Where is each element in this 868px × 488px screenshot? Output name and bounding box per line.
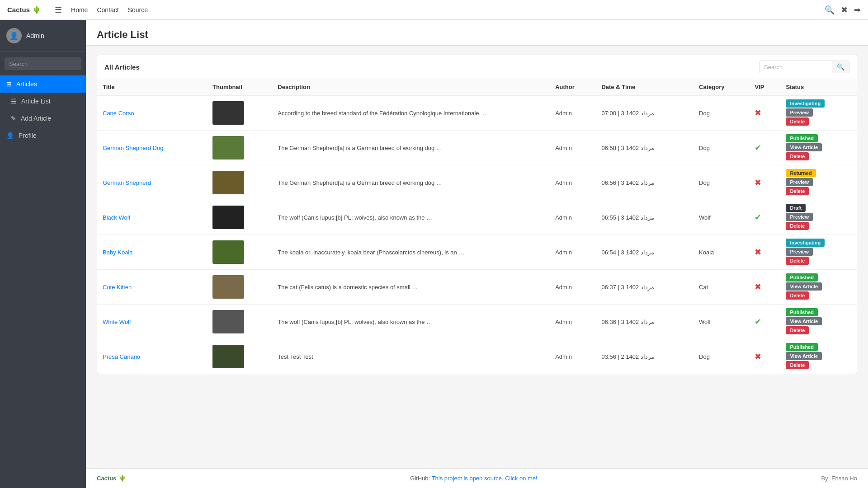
status-button-preview[interactable]: Preview [786, 213, 813, 221]
article-title-link[interactable]: German Shepherd [103, 179, 151, 186]
status-button-investigating[interactable]: Investigating [786, 239, 825, 247]
menu-icon[interactable]: ☰ [55, 5, 62, 15]
article-title-cell: Baby Koala [97, 235, 207, 270]
grid-icon: ⊞ [6, 80, 12, 88]
status-button-delete[interactable]: Delete [786, 117, 809, 126]
close-icon[interactable]: ✖ [841, 5, 848, 15]
article-description-cell: Test Test Test [272, 339, 550, 374]
article-status-cell: ReturnedPreviewDelete [780, 165, 857, 200]
table-row: White WolfThe wolf (Canis lupus;[b] PL: … [97, 305, 857, 339]
sidebar-item-profile[interactable]: 👤 Profile [0, 127, 86, 144]
nav-source[interactable]: Source [128, 6, 148, 14]
article-status-cell: PublishedView ArticleDelete [780, 270, 857, 305]
article-thumbnail-cell [207, 131, 272, 165]
article-search-button[interactable]: 🔍 [832, 61, 849, 73]
nav-home[interactable]: Home [71, 6, 88, 14]
sidebar-item-articles[interactable]: ⊞ Articles [0, 75, 86, 93]
article-category-cell: Dog [693, 165, 749, 200]
nav-contact[interactable]: Contact [97, 6, 118, 14]
status-button-draft[interactable]: Draft [786, 204, 806, 212]
vip-x-icon: ✖ [755, 178, 761, 187]
article-category-cell: Dog [693, 339, 749, 374]
article-title-cell: Black Wolf [97, 200, 207, 235]
table-row: Baby KoalaThe koala or, inaccurately, ko… [97, 235, 857, 270]
sidebar-item-article-list[interactable]: ☰ Article List [0, 93, 86, 110]
status-button-group: DraftPreviewDelete [786, 204, 851, 231]
article-status-cell: PublishedView ArticleDelete [780, 339, 857, 374]
status-button-preview[interactable]: Preview [786, 108, 813, 117]
status-button-published[interactable]: Published [786, 343, 818, 351]
status-button-published[interactable]: Published [786, 273, 818, 282]
list-icon: ☰ [11, 98, 17, 105]
status-button-delete[interactable]: Delete [786, 326, 809, 334]
thumbnail-image [212, 345, 244, 368]
status-button-group: ReturnedPreviewDelete [786, 169, 851, 196]
col-title: Title [97, 79, 207, 95]
article-title-link[interactable]: Baby Koala [103, 249, 133, 256]
status-button-group: PublishedView ArticleDelete [786, 308, 851, 335]
article-title-link[interactable]: Black Wolf [103, 214, 130, 221]
article-description-cell: The koala or, inaccurately, koala bear (… [272, 235, 550, 270]
article-thumbnail-cell [207, 339, 272, 374]
article-title-link[interactable]: Cute Kitten [103, 284, 132, 291]
topnav-actions: 🔍 ✖ ➡ [825, 5, 861, 15]
article-thumbnail-cell [207, 270, 272, 305]
article-datetime-cell: 07:00 | 3 مرداد 1402 [596, 95, 693, 131]
article-category-cell: Cat [693, 270, 749, 305]
sidebar-articles-label: Articles [16, 80, 37, 88]
article-search-input[interactable] [760, 61, 832, 73]
status-button-delete[interactable]: Delete [786, 361, 809, 369]
status-button-view-article[interactable]: View Article [786, 317, 822, 325]
article-author-cell: Admin [550, 165, 596, 200]
status-button-returned[interactable]: Returned [786, 169, 816, 177]
article-author-cell: Admin [550, 200, 596, 235]
status-button-view-article[interactable]: View Article [786, 143, 822, 151]
article-description-cell: The German Shepherd[a] is a German breed… [272, 165, 550, 200]
search-input[interactable] [5, 58, 81, 70]
status-button-delete[interactable]: Delete [786, 257, 809, 265]
sidebar-user: 👤 Admin [0, 20, 86, 52]
table-row: Cute KittenThe cat (Felis catus) is a do… [97, 270, 857, 305]
avatar-icon: 👤 [9, 32, 19, 40]
article-list-header: All Articles 🔍 [97, 55, 857, 79]
article-title-cell: German Shepherd Dog [97, 131, 207, 165]
pencil-icon: ✎ [11, 115, 16, 122]
footer-author: By: Ehsan Ho [821, 475, 858, 482]
col-vip: VIP [749, 79, 780, 95]
article-title-link[interactable]: Presa Canario [103, 353, 140, 360]
status-button-published[interactable]: Published [786, 134, 818, 142]
status-button-delete[interactable]: Delete [786, 291, 809, 300]
status-button-view-article[interactable]: View Article [786, 352, 822, 360]
article-description-cell: The cat (Felis catus) is a domestic spec… [272, 270, 550, 305]
sidebar-item-add-article[interactable]: ✎ Add Article [0, 110, 86, 127]
search-icon[interactable]: 🔍 [825, 5, 835, 15]
article-author-cell: Admin [550, 131, 596, 165]
article-search-box: 🔍 [759, 61, 849, 73]
article-author-cell: Admin [550, 339, 596, 374]
sidebar-article-list-label: Article List [21, 98, 51, 105]
footer-brand: Cactus 🌵 [97, 475, 126, 482]
vip-check-icon: ✔ [755, 213, 761, 222]
status-button-group: PublishedView ArticleDelete [786, 343, 851, 370]
status-button-view-article[interactable]: View Article [786, 282, 822, 291]
status-button-published[interactable]: Published [786, 308, 818, 316]
sidebar-search-box: 🔍 [5, 57, 81, 70]
logout-icon[interactable]: ➡ [854, 5, 861, 15]
status-button-delete[interactable]: Delete [786, 187, 809, 195]
article-datetime-cell: 06:56 | 3 مرداد 1402 [596, 165, 693, 200]
article-title-link[interactable]: White Wolf [103, 319, 131, 325]
status-button-delete[interactable]: Delete [786, 222, 809, 230]
github-link[interactable]: This project is open source. Click on me… [432, 475, 538, 482]
status-button-investigating[interactable]: Investigating [786, 99, 825, 108]
article-vip-cell: ✖ [749, 95, 780, 131]
article-title-link[interactable]: Cane Corso [103, 110, 134, 117]
article-category-cell: Koala [693, 235, 749, 270]
username: Admin [26, 32, 44, 39]
brand-icon: 🌵 [33, 6, 41, 14]
article-category-cell: Wolf [693, 200, 749, 235]
table-row: German Shepherd DogThe German Shepherd[a… [97, 131, 857, 165]
article-title-link[interactable]: German Shepherd Dog [103, 145, 163, 151]
status-button-preview[interactable]: Preview [786, 248, 813, 256]
status-button-preview[interactable]: Preview [786, 178, 813, 186]
status-button-delete[interactable]: Delete [786, 152, 809, 160]
